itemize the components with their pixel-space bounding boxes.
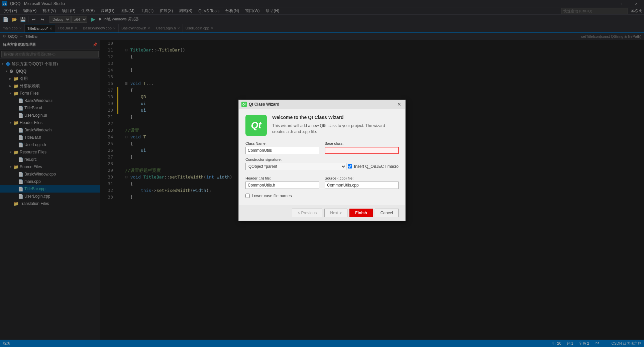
- previous-button[interactable]: < Previous: [292, 209, 322, 217]
- source-file-group: Source (.cpp) file:: [325, 176, 399, 189]
- modal-title-bar: Qt Qt Class Wizard ✕: [239, 100, 405, 109]
- lowercase-label: Lower case file names: [252, 194, 292, 198]
- class-name-input[interactable]: [245, 147, 319, 154]
- header-file-input[interactable]: [245, 182, 319, 189]
- next-button[interactable]: Next >: [324, 209, 347, 217]
- base-class-input[interactable]: [325, 147, 399, 154]
- source-file-label: Source (.cpp) file:: [325, 176, 399, 180]
- modal-overlay: Qt Qt Class Wizard ✕ Qt Welcome to the Q…: [0, 0, 644, 347]
- source-file-input[interactable]: [325, 182, 399, 189]
- qt-class-wizard-dialog: Qt Qt Class Wizard ✕ Qt Welcome to the Q…: [238, 100, 406, 221]
- constructor-sig-wrapper: QObject *parent Insert Q_OBJECT macro: [245, 163, 399, 170]
- modal-welcome-desc: This wizard will add a new Qt5 class to …: [272, 123, 399, 135]
- next-label: Next >: [330, 211, 342, 215]
- header-file-group: Header (.h) file:: [245, 176, 319, 189]
- base-class-label: Base class:: [325, 141, 399, 145]
- qt-logo-text: Qt: [251, 120, 261, 131]
- lowercase-row: Lower case file names: [245, 192, 399, 200]
- insert-macro-checkbox[interactable]: [348, 164, 352, 168]
- constructor-sig-select[interactable]: QObject *parent: [245, 163, 346, 170]
- class-name-label: Class Name:: [245, 141, 319, 145]
- lowercase-group: Lower case file names: [245, 192, 399, 200]
- modal-close-button[interactable]: ✕: [396, 101, 403, 108]
- constructor-sig-label: Constructor signature:: [245, 157, 399, 161]
- finish-label: Finish: [355, 211, 367, 215]
- class-name-group: Class Name:: [245, 141, 319, 154]
- previous-label: < Previous: [298, 211, 317, 215]
- modal-body: Qt Welcome to the Qt Class Wizard This w…: [239, 109, 405, 205]
- base-class-group: Base class:: [325, 141, 399, 154]
- cancel-label: Cancel: [381, 211, 393, 215]
- finish-button[interactable]: Finish: [349, 209, 372, 217]
- modal-qt-icon: Qt: [241, 102, 247, 107]
- insert-macro-label: Insert Q_OBJECT macro: [354, 164, 399, 169]
- modal-title: Qt Class Wizard: [249, 102, 279, 107]
- cancel-button[interactable]: Cancel: [375, 209, 399, 217]
- modal-footer: < Previous Next > Finish Cancel: [239, 205, 405, 221]
- modal-qt-logo: Qt: [245, 115, 267, 136]
- constructor-sig-group: Constructor signature: QObject *parent I…: [245, 157, 399, 170]
- header-file-label: Header (.h) file:: [245, 176, 319, 180]
- modal-welcome-text: Welcome to the Qt Class Wizard This wiza…: [272, 115, 399, 136]
- modal-welcome-title: Welcome to the Qt Class Wizard: [272, 115, 399, 120]
- modal-welcome-section: Qt Welcome to the Qt Class Wizard This w…: [245, 115, 399, 136]
- lowercase-checkbox[interactable]: [245, 194, 250, 198]
- insert-macro-row: Insert Q_OBJECT macro: [348, 163, 399, 170]
- modal-form: Class Name: Base class: Constructor sign…: [245, 141, 399, 200]
